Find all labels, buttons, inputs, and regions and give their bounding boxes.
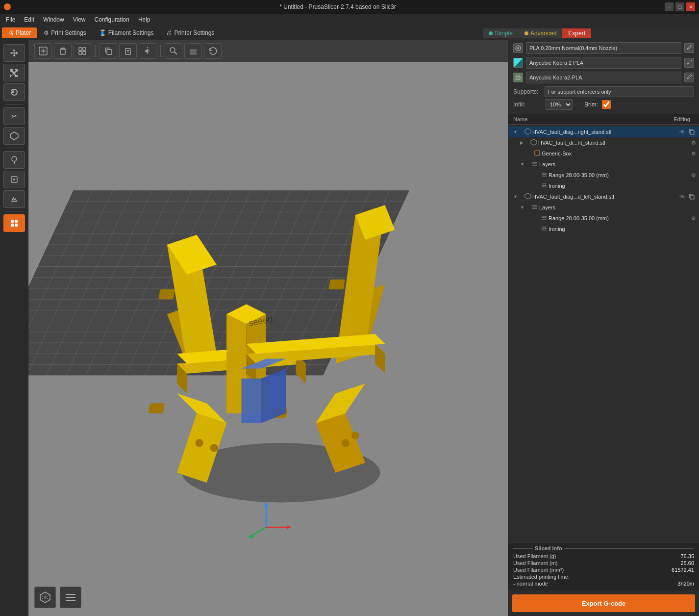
close-button[interactable]: ✕ <box>686 2 695 11</box>
svg-point-98 <box>351 432 359 439</box>
svg-line-25 <box>175 52 177 54</box>
layers1-icon <box>531 160 539 168</box>
collapse-arrow-layers2[interactable]: ▼ <box>520 205 524 210</box>
infill-select[interactable]: 10% <box>546 99 573 110</box>
menu-configuration[interactable]: Configuration <box>91 15 133 24</box>
list-item[interactable]: Range 28.00-35.00 (mm) ⚙ <box>508 213 699 224</box>
paste-button[interactable] <box>119 43 137 59</box>
list-item[interactable]: ▶ HVAC_fault_di...ht_stand.stl ⚙ <box>508 137 699 148</box>
printer-preset-row: Anycubic Kobra2-PLA <box>513 72 694 83</box>
list-item[interactable]: Range 28.00-35.00 (mm) ⚙ <box>508 170 699 180</box>
tab-printer-settings[interactable]: 🖨 Printer Settings <box>160 27 220 38</box>
seam-tool[interactable] <box>3 171 25 188</box>
place-on-face-tool[interactable] <box>3 127 25 145</box>
copy-button[interactable] <box>100 43 117 59</box>
search-button[interactable] <box>165 43 182 59</box>
view-layers-button[interactable] <box>184 43 202 59</box>
layers-view-button[interactable] <box>60 587 81 608</box>
brim-checkbox[interactable] <box>602 100 611 109</box>
toolbar-separator-1 <box>5 104 23 104</box>
minimize-button[interactable]: − <box>665 2 674 11</box>
support-paint-tool[interactable] <box>3 151 25 169</box>
fdm-paint-tool[interactable] <box>3 190 25 208</box>
svg-marker-22 <box>145 49 148 53</box>
collapse-arrow-obj2[interactable]: ▼ <box>513 194 518 199</box>
right-panel: Print settings: PLA 0.20mm Normal(0.4mm … <box>508 28 699 616</box>
object1c1-gear-icon[interactable]: ⚙ <box>691 140 696 146</box>
svg-marker-105 <box>40 592 50 603</box>
list-item[interactable]: ▼ Layers <box>508 202 699 213</box>
svg-rect-90 <box>328 280 345 289</box>
svg-point-97 <box>342 439 350 447</box>
tab-filament-settings[interactable]: 🧵 Filament Settings <box>93 27 160 38</box>
range2-gear-icon[interactable]: ⚙ <box>691 215 696 222</box>
arrange-tool[interactable] <box>3 214 25 232</box>
supports-select[interactable]: For support enforcers only <box>545 86 694 97</box>
printer-settings-edit-icon[interactable] <box>684 73 694 82</box>
top-toolbar <box>28 40 699 62</box>
list-item[interactable]: Ironing <box>508 224 699 234</box>
object2-copy-icon[interactable] <box>687 192 696 201</box>
range1-gear-icon[interactable]: ⚙ <box>691 172 696 179</box>
object1-copy-icon[interactable] <box>687 128 696 136</box>
filament-m-label: Used Filament (m) <box>513 560 557 566</box>
object-list: ▼ HVAC_fault_diag...right_stand.stl 👁 ▶ … <box>508 125 699 542</box>
cut-tool[interactable]: ✂ <box>3 107 25 125</box>
list-item[interactable]: ▼ Layers <box>508 159 699 170</box>
tab-print-settings[interactable]: ⚙ Print Settings <box>38 27 92 38</box>
scale-tool[interactable] <box>3 64 25 81</box>
svg-marker-100 <box>287 525 291 529</box>
svg-point-96 <box>210 444 218 452</box>
printer-settings-icon: 🖨 <box>166 29 172 36</box>
object1c1-name: HVAC_fault_di...ht_stand.stl <box>538 140 691 146</box>
col-editing-header: Editing <box>670 116 694 122</box>
menu-view[interactable]: View <box>69 15 90 24</box>
collapse-arrow-obj1c1[interactable]: ▶ <box>520 140 524 145</box>
simple-mode-button[interactable]: Simple <box>483 28 519 38</box>
generic-box-gear-icon[interactable]: ⚙ <box>691 151 696 157</box>
viewport[interactable]: seeed <box>28 62 508 616</box>
toolbar-separator-3 <box>5 211 23 211</box>
list-item[interactable]: Ironing <box>508 180 699 191</box>
printer-preset-select[interactable]: Anycubic Kobra2-PLA <box>526 72 681 83</box>
collapse-arrow-layers1[interactable]: ▼ <box>520 162 524 167</box>
svg-marker-102 <box>264 502 268 506</box>
svg-rect-7 <box>11 224 14 227</box>
svg-marker-119 <box>531 139 537 145</box>
collapse-arrow-obj1[interactable]: ▼ <box>513 129 518 134</box>
tab-plater[interactable]: 🖨 Plater <box>2 27 37 38</box>
svg-rect-87 <box>148 403 165 413</box>
svg-rect-14 <box>83 48 86 51</box>
delete-button[interactable] <box>54 43 72 59</box>
3d-view-button[interactable] <box>34 587 56 608</box>
expert-mode-button[interactable]: Expert <box>562 28 591 38</box>
svg-rect-12 <box>60 49 65 54</box>
add-object-button[interactable] <box>34 43 52 59</box>
supports-label: Supports: <box>513 88 542 95</box>
svg-rect-17 <box>107 50 112 54</box>
print-time-label: Estimated printing time: <box>513 574 570 580</box>
list-item[interactable]: Generic-Box ⚙ <box>508 148 699 159</box>
menu-help[interactable]: Help <box>134 15 154 24</box>
object1-icon <box>524 128 532 136</box>
list-item[interactable]: ▼ HVAC_fault_diag...d_left_stand.stl 👁 <box>508 191 699 202</box>
rotate-tool[interactable] <box>3 83 25 101</box>
object1-visibility-icon[interactable]: 👁 <box>679 128 685 135</box>
list-item[interactable]: ▼ HVAC_fault_diag...right_stand.stl 👁 <box>508 127 699 137</box>
toolbar-separator-2 <box>5 148 23 148</box>
window-title: * Untitled - PrusaSlicer-2.7.4 based on … <box>11 3 665 10</box>
export-gcode-button[interactable]: Export G-code <box>512 594 695 612</box>
advanced-mode-button[interactable]: Advanced <box>519 28 562 38</box>
filament-mm3-value: 61572.41 <box>672 567 694 573</box>
filament-g-value: 76.35 <box>680 553 694 559</box>
undo-button[interactable] <box>204 43 222 59</box>
maximize-button[interactable]: □ <box>675 2 684 11</box>
menu-window[interactable]: Window <box>39 15 68 24</box>
object2-name: HVAC_fault_diag...d_left_stand.stl <box>532 194 679 200</box>
object2-visibility-icon[interactable]: 👁 <box>679 193 685 200</box>
menu-edit[interactable]: Edit <box>20 15 38 24</box>
mirror-button[interactable] <box>139 43 156 59</box>
menu-file[interactable]: File <box>2 15 19 24</box>
arrange-button[interactable] <box>74 43 91 59</box>
move-tool[interactable] <box>3 44 25 62</box>
